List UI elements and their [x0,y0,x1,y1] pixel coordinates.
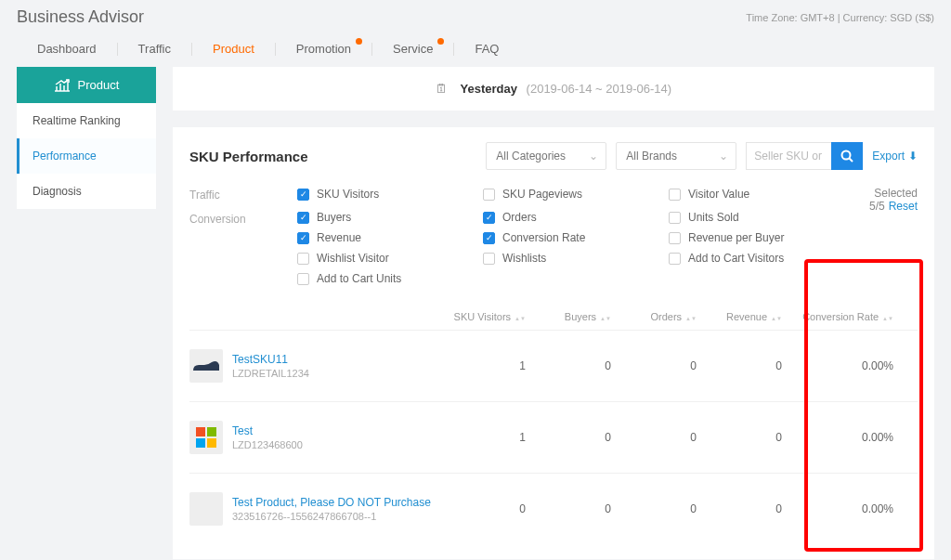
checkbox-icon [297,273,309,285]
metric-label: Buyers [317,211,351,224]
reset-link[interactable]: Reset [889,200,918,213]
metric-label: Orders [502,211,537,224]
checkbox-icon [669,212,681,224]
table-cell: 0.00% [782,359,893,372]
metric-group-traffic: Traffic [189,187,282,202]
metric-label: SKU Pageviews [502,188,582,201]
notification-dot-icon [356,38,362,45]
checkbox-icon [297,253,309,265]
export-link[interactable]: Export ⬇ [872,150,918,163]
metric-checkbox[interactable]: ✓ SKU Visitors [297,187,464,202]
tab-promotion[interactable]: Promotion [276,36,371,61]
metric-checkbox[interactable]: Add to Cart Visitors [669,252,836,265]
metric-checkbox[interactable]: ✓ Conversion Rate [483,231,650,244]
download-icon: ⬇ [908,150,918,163]
metric-label: Revenue [317,231,361,244]
checkbox-checked-icon: ✓ [297,232,309,244]
panel-title: SKU Performance [189,149,308,164]
table-cell: 0 [526,431,611,444]
tab-faq[interactable]: FAQ [454,36,519,61]
metric-checkbox[interactable]: Wishlists [483,252,650,265]
column-header[interactable]: Orders▲▼ [611,311,697,322]
date-range-selector[interactable]: 🗓 Yesterday (2019-06-14 ~ 2019-06-14) [173,67,934,111]
product-name-link[interactable]: TestSKU11 [232,353,309,366]
timezone-currency: Time Zone: GMT+8 | Currency: SGD (S$) [746,12,934,23]
checkbox-icon [669,253,681,265]
checkbox-checked-icon: ✓ [297,212,309,224]
metric-label: Wishlist Visitor [317,252,389,265]
metric-checkbox[interactable]: ✓ Revenue [297,231,464,244]
metric-checkbox[interactable]: Add to Cart Units [297,272,464,285]
category-select[interactable]: All Categories [486,142,606,170]
metric-checkbox[interactable]: ✓ Buyers [297,211,464,224]
search-icon [840,150,853,163]
sort-icon: ▲▼ [685,317,697,321]
metric-checkbox[interactable]: Wishlist Visitor [297,252,464,265]
tab-service[interactable]: Service [372,36,453,61]
calendar-icon: 🗓 [436,82,448,96]
metric-checkbox[interactable]: Revenue per Buyer [669,231,836,244]
metric-checkbox[interactable]: SKU Pageviews [483,187,650,202]
metric-label: SKU Visitors [317,188,379,201]
sidebar-item-diagnosis[interactable]: Diagnosis [17,174,156,209]
checkbox-icon [669,232,681,244]
table-cell: 0 [697,502,782,515]
metric-label: Add to Cart Visitors [688,252,784,265]
table-cell: 0 [611,502,697,515]
search-button[interactable] [831,142,863,170]
column-header[interactable]: Buyers▲▼ [526,311,611,322]
product-thumbnail [189,349,223,383]
table-row: Test Product, Please DO NOT Purchase 323… [189,473,918,544]
product-name-link[interactable]: Test [232,424,303,437]
metric-checkbox[interactable]: ✓ Orders [483,211,650,224]
svg-point-0 [842,151,851,160]
checkbox-checked-icon: ✓ [483,212,495,224]
checkbox-icon [483,253,495,265]
sort-icon: ▲▼ [515,317,526,321]
product-thumbnail [189,492,223,526]
tab-traffic[interactable]: Traffic [118,36,191,61]
table-cell: 0.00% [782,502,893,515]
table-cell: 0 [697,359,782,372]
sidebar-section-product[interactable]: Product [17,67,156,103]
checkbox-icon [483,189,495,201]
column-header[interactable]: SKU Visitors▲▼ [440,311,526,322]
column-header[interactable]: Revenue▲▼ [697,311,782,322]
tab-product[interactable]: Product [192,36,275,61]
metric-label: Wishlists [502,252,546,265]
metric-label: Add to Cart Units [317,272,401,285]
metric-checkbox[interactable]: Units Sold [669,211,836,224]
chart-growth-icon [54,79,71,92]
table-cell: 0 [611,359,697,372]
metric-label: Conversion Rate [502,231,585,244]
column-header[interactable]: Conversion Rate▲▼ [782,311,893,322]
sidebar-item-performance[interactable]: Performance [17,138,156,174]
table-cell: 0 [526,359,611,372]
product-sku: LZDRETAIL1234 [232,368,309,379]
metric-checkbox[interactable]: Visitor Value [669,187,836,202]
metric-label: Visitor Value [688,188,749,201]
sidebar-item-realtime-ranking[interactable]: Realtime Ranking [17,103,156,138]
product-thumbnail [189,421,223,454]
sort-icon: ▲▼ [600,317,611,321]
sort-icon: ▲▼ [882,317,893,321]
table-cell: 1 [440,431,526,444]
checkbox-checked-icon: ✓ [483,232,495,244]
metric-label: Revenue per Buyer [688,231,784,244]
table-cell: 0.00% [782,431,893,444]
tab-dashboard[interactable]: Dashboard [17,36,117,61]
app-title: Business Advisor [17,7,144,27]
product-sku: 323516726--1556247866708--1 [232,511,431,522]
table-row: TestSKU11 LZDRETAIL1234 10000.00% [189,330,918,401]
table-cell: 0 [526,502,611,515]
checkbox-icon [669,189,681,201]
metric-label: Units Sold [688,211,739,224]
notification-dot-icon [437,38,444,45]
product-name-link[interactable]: Test Product, Please DO NOT Purchase [232,496,431,509]
selected-count: Selected 5/5Reset [836,187,918,213]
table-cell: 0 [611,431,697,444]
table-cell: 1 [440,359,526,372]
table-row: Test LZD123468600 10000.00% [189,401,918,473]
brand-select[interactable]: All Brands [616,142,736,170]
search-input[interactable] [746,142,831,170]
